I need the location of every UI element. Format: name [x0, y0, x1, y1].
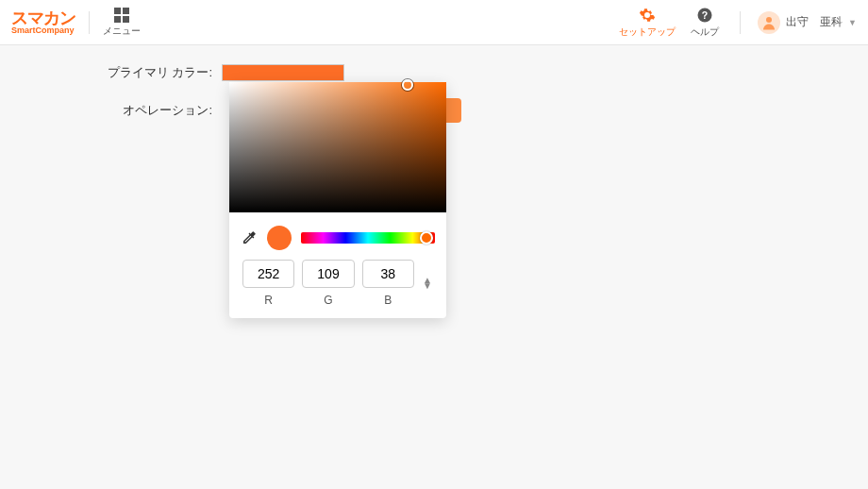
help-icon: ?: [696, 7, 713, 24]
user-menu[interactable]: 出守 亜科 ▼: [758, 11, 857, 34]
user-name: 出守 亜科: [786, 14, 843, 30]
setup-label: セットアップ: [619, 25, 676, 39]
chevron-down-icon: ▼: [422, 283, 433, 289]
svg-point-2: [766, 17, 772, 23]
g-label: G: [302, 294, 354, 307]
saturation-value-area[interactable]: [229, 82, 446, 212]
operation-label: オペレーション:: [0, 102, 222, 119]
grid-icon: [114, 8, 129, 23]
logo-main-text: スマカン: [11, 9, 75, 26]
gear-icon: [639, 7, 656, 24]
menu-button[interactable]: メニュー: [103, 8, 141, 38]
menu-label: メニュー: [103, 25, 141, 38]
color-preview: [267, 226, 292, 250]
b-label: B: [362, 294, 414, 307]
color-picker: R G B ▲ ▼: [229, 82, 446, 318]
avatar-icon: [758, 11, 780, 34]
divider: [740, 11, 741, 34]
primary-color-label: プライマリ カラー:: [0, 64, 222, 81]
b-input[interactable]: [362, 260, 414, 288]
divider: [89, 11, 90, 34]
app-header: スマカン SmartCompany メニュー セットアップ ? ヘルプ 出守 亜…: [0, 0, 868, 45]
sv-cursor[interactable]: [402, 79, 413, 91]
eyedropper-button[interactable]: [241, 229, 258, 246]
g-input[interactable]: [302, 260, 354, 288]
logo[interactable]: スマカン SmartCompany: [11, 9, 75, 35]
logo-sub-text: SmartCompany: [11, 26, 75, 35]
hue-slider[interactable]: [301, 232, 435, 244]
svg-text:?: ?: [702, 8, 708, 20]
help-button[interactable]: ? ヘルプ: [691, 7, 719, 39]
setup-button[interactable]: セットアップ: [619, 7, 676, 39]
primary-color-swatch[interactable]: [222, 64, 344, 81]
help-label: ヘルプ: [691, 25, 719, 39]
chevron-down-icon: ▼: [848, 18, 857, 27]
hue-thumb[interactable]: [420, 231, 433, 244]
r-label: R: [242, 294, 294, 307]
format-toggle[interactable]: ▲ ▼: [422, 278, 433, 289]
r-input[interactable]: [242, 260, 294, 288]
primary-color-row: プライマリ カラー:: [0, 64, 868, 81]
